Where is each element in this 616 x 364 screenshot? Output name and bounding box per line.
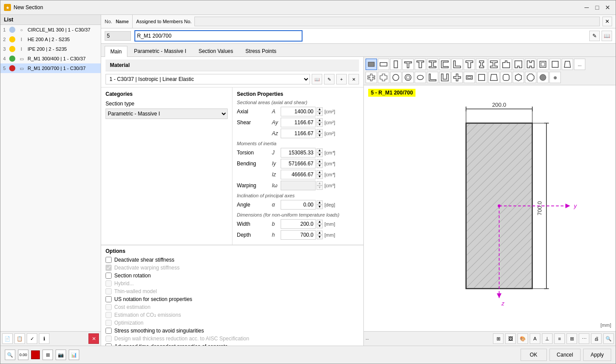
shape-t3-btn[interactable] <box>464 59 475 70</box>
cancel-button[interactable]: Cancel <box>549 349 581 361</box>
list-item[interactable]: 2 I HE 200 A | 2 - S235 <box>0 35 101 44</box>
torsion-up[interactable]: ▲ <box>317 148 323 153</box>
shape-i3-btn[interactable] <box>366 72 377 83</box>
shape-t2-btn[interactable] <box>415 59 426 70</box>
ok-button[interactable]: OK <box>521 349 547 361</box>
width-input[interactable] <box>281 219 316 229</box>
material-add-btn[interactable]: + <box>336 74 347 84</box>
shape-circle-btn[interactable] <box>390 72 401 83</box>
shape-box2-btn[interactable] <box>549 59 561 70</box>
shape-circ-filled-btn[interactable] <box>537 72 549 83</box>
deactivate-shear-checkbox[interactable] <box>106 257 112 263</box>
shape-l2-btn[interactable] <box>427 72 438 83</box>
shape-oval-btn[interactable] <box>415 72 426 83</box>
shape-ring-btn[interactable] <box>402 72 414 83</box>
shear-az-down[interactable]: ▼ <box>317 133 323 138</box>
material-info-btn[interactable]: 📖 <box>312 74 322 84</box>
list-delete-button[interactable]: ✕ <box>88 333 99 344</box>
preview-color-btn[interactable]: 🎨 <box>517 333 528 344</box>
preview-print-btn[interactable]: 🖨 <box>591 333 602 344</box>
depth-down[interactable]: ▼ <box>317 235 323 239</box>
list-copy-button[interactable]: 📋 <box>14 333 25 344</box>
bottom-camera-btn[interactable]: 📷 <box>56 350 66 360</box>
preview-axis-btn[interactable]: ⊥ <box>542 333 553 344</box>
shape-u-btn[interactable] <box>439 72 451 83</box>
edit-icon-btn[interactable]: ✎ <box>589 31 600 41</box>
shape-oct-btn[interactable] <box>525 72 536 83</box>
preview-render-btn[interactable]: 🖼 <box>505 333 516 344</box>
bottom-value-btn[interactable]: 0.00 <box>18 350 28 360</box>
close-button[interactable]: ✕ <box>603 3 612 12</box>
angle-up[interactable]: ▲ <box>317 200 323 205</box>
shear-az-input[interactable] <box>281 129 316 138</box>
list-item[interactable]: 3 I IPE 200 | 2 - S235 <box>0 44 101 54</box>
shape-i2-btn[interactable] <box>525 59 536 70</box>
bending-iy-down[interactable]: ▼ <box>317 164 323 168</box>
shear-ay-up[interactable]: ▲ <box>317 118 323 122</box>
bottom-chart-btn[interactable]: 📊 <box>69 350 79 360</box>
tab-section-values[interactable]: Section Values <box>193 46 239 56</box>
shape-i-btn[interactable] <box>427 59 438 70</box>
preview-text-btn[interactable]: A <box>530 333 540 344</box>
shape-i4-btn[interactable] <box>378 72 389 83</box>
shape-z-btn[interactable] <box>488 59 500 70</box>
shear-ay-input[interactable] <box>281 118 316 127</box>
shape-tall-rect-btn[interactable] <box>390 59 401 70</box>
list-info-button[interactable]: ℹ <box>39 333 49 344</box>
shape-trap-btn[interactable] <box>562 59 573 70</box>
section-type-select[interactable]: Parametric - Massive I <box>106 108 228 119</box>
preview-lines-btn[interactable]: ≡ <box>554 333 565 344</box>
tab-stress-points[interactable]: Stress Points <box>240 46 282 56</box>
assigned-clear-btn[interactable]: ✕ <box>602 17 612 26</box>
preview-grid-btn[interactable]: ⊞ <box>567 333 577 344</box>
name-input[interactable] <box>135 31 302 41</box>
maximize-button[interactable]: □ <box>593 3 602 12</box>
shape-round-btn[interactable] <box>500 72 512 83</box>
shape-channel-btn[interactable] <box>439 59 451 70</box>
shape-t4-btn[interactable] <box>476 59 487 70</box>
preview-fit-btn[interactable]: ⊞ <box>493 333 503 344</box>
bending-iz-input[interactable] <box>281 170 316 179</box>
shape-more2-btn[interactable]: ⊕ <box>549 72 561 83</box>
shear-az-up[interactable]: ▲ <box>317 129 323 133</box>
list-item[interactable]: 1 ○ CIRCLE_M1 300 | 1 - C30/37 <box>0 25 101 35</box>
preview-search-btn[interactable]: 🔍 <box>603 333 614 344</box>
bending-iz-down[interactable]: ▼ <box>317 175 323 179</box>
bottom-search-btn[interactable]: 🔍 <box>5 350 15 360</box>
shear-ay-down[interactable]: ▼ <box>317 122 323 127</box>
shape-rect2-btn[interactable] <box>476 72 487 83</box>
bending-iz-up[interactable]: ▲ <box>317 170 323 175</box>
width-down[interactable]: ▼ <box>317 224 323 228</box>
bottom-grid-btn[interactable]: ⊞ <box>42 350 53 360</box>
depth-up[interactable]: ▲ <box>317 231 323 235</box>
shape-more-btn[interactable]: ... <box>574 59 585 70</box>
us-notation-checkbox[interactable] <box>106 296 112 302</box>
width-up[interactable]: ▲ <box>317 220 323 224</box>
shape-trapz-btn[interactable] <box>488 72 500 83</box>
shape-hat-btn[interactable] <box>500 59 512 70</box>
apply-button[interactable]: Apply <box>583 349 611 361</box>
list-new-button[interactable]: 📄 <box>2 333 13 344</box>
tab-main[interactable]: Main <box>105 46 127 57</box>
assigned-field[interactable] <box>194 17 600 26</box>
list-item[interactable]: 4 ▭ R_M1 300/400 | 1 - C30/37 <box>0 54 101 63</box>
list-check-button[interactable]: ✓ <box>27 333 37 344</box>
axial-up[interactable]: ▲ <box>317 107 323 112</box>
book-icon-btn[interactable]: 📖 <box>602 31 612 41</box>
torsion-input[interactable] <box>281 148 316 158</box>
shape-wide-rect-btn[interactable] <box>378 59 389 70</box>
shape-box-btn[interactable] <box>537 59 549 70</box>
minimize-button[interactable]: ─ <box>582 3 591 12</box>
list-item[interactable]: 5 ▭ R_M1 200/700 | 1 - C30/37 <box>0 63 101 73</box>
shape-hat2-btn[interactable] <box>513 59 524 70</box>
angle-input[interactable] <box>281 200 316 210</box>
angle-down[interactable]: ▼ <box>317 205 323 209</box>
depth-input[interactable] <box>281 230 316 240</box>
material-edit-btn[interactable]: ✎ <box>324 74 334 84</box>
shape-t5-btn[interactable] <box>451 72 463 83</box>
shape-l-btn[interactable] <box>451 59 463 70</box>
material-clear-btn[interactable]: ✕ <box>348 74 359 84</box>
deactivate-warping-checkbox[interactable] <box>106 265 112 271</box>
stress-smoothing-checkbox[interactable] <box>106 328 112 334</box>
shape-rect-btn[interactable] <box>366 59 377 70</box>
